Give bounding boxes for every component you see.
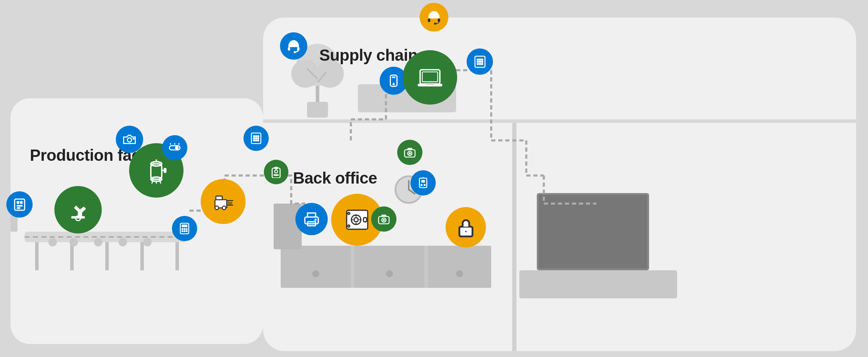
svg-point-144 [464, 230, 467, 233]
camera-back-office-icon[interactable] [371, 206, 396, 232]
forklift-icon[interactable] [201, 179, 246, 224]
svg-point-81 [253, 135, 255, 137]
svg-point-132 [383, 219, 385, 221]
svg-rect-46 [72, 216, 85, 218]
svg-point-48 [133, 138, 134, 139]
svg-point-79 [186, 231, 187, 232]
svg-point-74 [182, 229, 183, 230]
svg-rect-17 [428, 246, 491, 288]
svg-point-141 [424, 184, 426, 186]
svg-point-111 [479, 63, 481, 65]
access-card-icon[interactable] [264, 160, 288, 184]
lock-icon[interactable] [446, 207, 486, 247]
svg-point-83 [258, 135, 259, 137]
svg-rect-116 [275, 167, 278, 169]
robot-arm-icon[interactable] [54, 186, 102, 233]
svg-point-75 [184, 229, 185, 230]
svg-point-109 [481, 61, 483, 62]
svg-rect-73 [182, 225, 187, 227]
svg-rect-139 [422, 180, 425, 183]
svg-rect-100 [422, 72, 438, 82]
svg-rect-137 [408, 148, 412, 150]
svg-point-89 [258, 140, 259, 141]
svg-point-9 [119, 238, 127, 246]
svg-rect-12 [512, 119, 516, 351]
svg-point-86 [258, 138, 259, 139]
svg-point-112 [481, 63, 483, 65]
svg-point-82 [255, 135, 257, 137]
svg-rect-4 [175, 242, 179, 270]
svg-point-110 [477, 63, 479, 65]
svg-point-8 [94, 238, 102, 246]
svg-point-105 [479, 59, 481, 60]
svg-point-106 [481, 59, 483, 60]
svg-rect-29 [307, 102, 328, 118]
svg-rect-2 [105, 242, 109, 270]
svg-point-122 [354, 218, 358, 222]
svg-point-77 [182, 231, 183, 232]
svg-rect-115 [274, 174, 279, 176]
svg-rect-40 [17, 201, 19, 203]
svg-point-78 [184, 231, 185, 232]
svg-rect-43 [17, 207, 20, 208]
svg-rect-16 [354, 246, 425, 288]
panel-icon[interactable] [6, 191, 33, 218]
printer-icon[interactable] [295, 203, 328, 235]
svg-rect-90 [288, 47, 290, 51]
svg-point-128 [348, 212, 350, 214]
svg-point-18 [312, 270, 319, 277]
switch-icon[interactable] [162, 135, 187, 160]
svg-point-68 [215, 206, 219, 210]
svg-point-108 [479, 61, 481, 62]
svg-point-136 [409, 153, 411, 154]
svg-rect-3 [140, 242, 144, 270]
svg-point-59 [175, 146, 179, 150]
svg-point-119 [315, 219, 316, 221]
svg-rect-41 [20, 201, 22, 203]
headset-orange-icon[interactable] [420, 3, 448, 32]
laptop-icon[interactable] [403, 50, 457, 105]
svg-rect-28 [519, 270, 677, 298]
calculator-icon[interactable] [172, 216, 197, 241]
supply-chain-label: Supply chain [319, 46, 418, 65]
usb-controller-icon[interactable] [410, 170, 436, 196]
headset-blue-icon[interactable] [280, 32, 307, 60]
svg-point-84 [253, 138, 255, 139]
svg-rect-15 [281, 246, 351, 288]
svg-point-114 [275, 170, 278, 173]
svg-point-104 [477, 59, 479, 60]
svg-rect-42 [17, 205, 22, 206]
svg-rect-127 [363, 218, 367, 222]
svg-point-6 [48, 238, 57, 246]
svg-point-7 [69, 238, 78, 246]
svg-rect-64 [216, 196, 222, 200]
svg-rect-27 [539, 195, 647, 269]
svg-point-19 [386, 270, 393, 277]
svg-rect-92 [294, 51, 296, 53]
svg-point-47 [127, 138, 132, 142]
svg-point-20 [456, 270, 463, 277]
svg-point-87 [253, 140, 255, 141]
svg-point-69 [222, 206, 226, 210]
svg-point-97 [393, 83, 395, 85]
svg-rect-0 [35, 242, 39, 270]
svg-point-129 [348, 225, 350, 227]
svg-rect-133 [382, 215, 386, 217]
camera-supply-icon[interactable] [397, 140, 422, 165]
keypad-supply-icon[interactable] [467, 48, 493, 75]
svg-rect-95 [434, 23, 436, 25]
svg-point-85 [255, 138, 257, 139]
svg-point-140 [421, 184, 422, 186]
svg-point-88 [255, 140, 257, 141]
svg-rect-93 [428, 19, 430, 22]
keypad-exit-icon[interactable] [243, 126, 269, 151]
back-office-label: Back office [293, 168, 377, 187]
svg-rect-98 [392, 77, 395, 78]
svg-point-32 [291, 60, 319, 88]
svg-rect-102 [426, 84, 434, 85]
svg-point-107 [477, 61, 479, 62]
scene: Production facility Back office Supply c… [0, 0, 868, 357]
svg-point-10 [143, 238, 152, 246]
svg-rect-1 [70, 242, 74, 270]
svg-rect-138 [420, 178, 427, 188]
